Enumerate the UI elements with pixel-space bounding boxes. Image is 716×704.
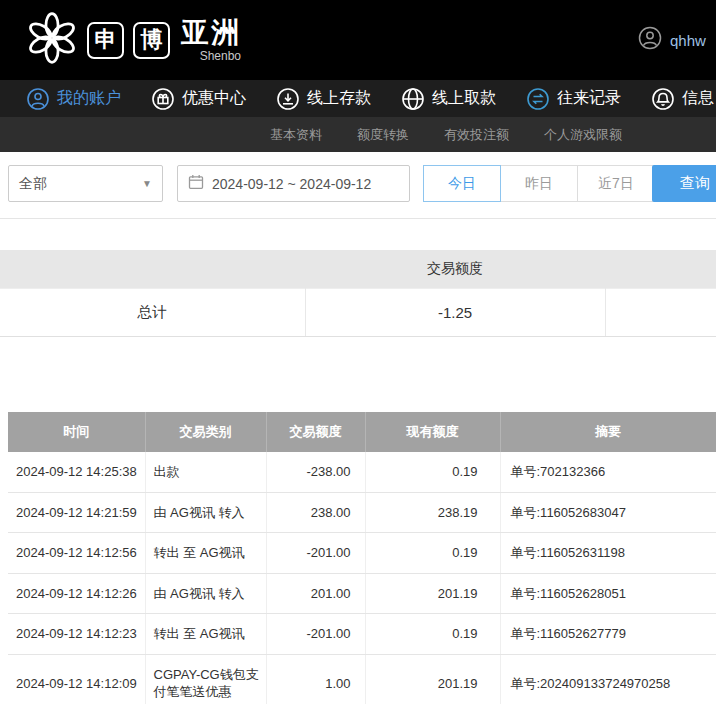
logo-char-bo: 博 bbox=[133, 22, 170, 59]
table-cell: 转出 至 AG视讯 bbox=[145, 533, 266, 574]
nav-item-withdraw[interactable]: 线上取款 bbox=[401, 87, 496, 111]
table-cell: CGPAY-CG钱包支付笔笔送优惠 bbox=[145, 654, 266, 704]
category-select-value: 全部 bbox=[19, 175, 47, 193]
subnav-game-limits[interactable]: 个人游戏限额 bbox=[544, 126, 622, 144]
top-header: 申 博 亚洲 Shenbo qhhw bbox=[0, 0, 716, 80]
table-cell: 2024-09-12 14:12:09 bbox=[8, 654, 145, 704]
filter-bar: 全部 ▼ 2024-09-12 ~ 2024-09-12 今日 昨日 近7日 查… bbox=[0, 152, 716, 219]
table-header-row: 时间 交易类别 交易额度 现有额度 摘要 bbox=[8, 412, 716, 452]
table-cell: 由 AG视讯 转入 bbox=[145, 492, 266, 533]
nav-item-deposit[interactable]: 线上存款 bbox=[276, 87, 371, 111]
table-row: 2024-09-12 14:21:59由 AG视讯 转入238.00238.19… bbox=[8, 492, 716, 533]
transaction-table-body: 2024-09-12 14:25:38出款-238.000.19单号:70213… bbox=[8, 452, 716, 704]
table-cell: -201.00 bbox=[266, 533, 365, 574]
table-cell: 单号:702132366 bbox=[500, 452, 716, 492]
logo-region-text: 亚洲 Shenbo bbox=[181, 19, 241, 62]
table-cell: 201.19 bbox=[365, 573, 500, 614]
today-button[interactable]: 今日 bbox=[423, 165, 501, 202]
search-button[interactable]: 查询 bbox=[652, 165, 716, 202]
table-cell: 0.19 bbox=[365, 614, 500, 655]
table-cell: 2024-09-12 14:12:26 bbox=[8, 573, 145, 614]
table-cell: 1.00 bbox=[266, 654, 365, 704]
transfer-records-icon bbox=[526, 87, 550, 111]
nav-item-my-account[interactable]: 我的账户 bbox=[26, 87, 121, 111]
col-header-balance: 现有额度 bbox=[365, 412, 500, 452]
table-cell: 单号:116052627779 bbox=[500, 614, 716, 655]
col-header-time: 时间 bbox=[8, 412, 145, 452]
table-cell: 201.19 bbox=[365, 654, 500, 704]
subnav-valid-bets[interactable]: 有效投注额 bbox=[444, 126, 509, 144]
last7days-button[interactable]: 近7日 bbox=[577, 165, 655, 202]
nav-label: 往来记录 bbox=[557, 88, 621, 109]
summary-total-label: 总计 bbox=[0, 289, 305, 337]
summary-header-label: 交易额度 bbox=[305, 250, 605, 289]
nav-item-records[interactable]: 往来记录 bbox=[526, 87, 621, 111]
transaction-table: 时间 交易类别 交易额度 现有额度 摘要 2024-09-12 14:25:38… bbox=[8, 412, 716, 704]
deposit-icon bbox=[276, 87, 300, 111]
table-cell: 2024-09-12 14:12:56 bbox=[8, 533, 145, 574]
col-header-amount: 交易额度 bbox=[266, 412, 365, 452]
summary-header-empty bbox=[605, 250, 716, 289]
category-select[interactable]: 全部 ▼ bbox=[8, 165, 163, 202]
table-cell: 201.00 bbox=[266, 573, 365, 614]
table-cell: 由 AG视讯 转入 bbox=[145, 573, 266, 614]
username-text[interactable]: qhhw bbox=[670, 32, 706, 49]
summary-table: 交易额度 总计 -1.25 bbox=[0, 250, 716, 337]
subnav-basic-info[interactable]: 基本资料 bbox=[270, 126, 322, 144]
table-cell: -201.00 bbox=[266, 614, 365, 655]
table-cell: 单号:116052631198 bbox=[500, 533, 716, 574]
chevron-down-icon: ▼ bbox=[142, 178, 152, 189]
table-cell: 0.19 bbox=[365, 533, 500, 574]
table-row: 2024-09-12 14:12:23转出 至 AG视讯-201.000.19单… bbox=[8, 614, 716, 655]
subnav-credit-transfer[interactable]: 额度转换 bbox=[357, 126, 409, 144]
table-cell: 单号:116052683047 bbox=[500, 492, 716, 533]
date-range-value: 2024-09-12 ~ 2024-09-12 bbox=[212, 176, 371, 192]
main-nav: 我的账户 优惠中心 线上存款 线上取款 往来记录 bbox=[0, 80, 716, 117]
col-header-type: 交易类别 bbox=[145, 412, 266, 452]
col-header-summary: 摘要 bbox=[500, 412, 716, 452]
table-cell: 单号:202409133724970258 bbox=[500, 654, 716, 704]
nav-item-messages[interactable]: 信息 bbox=[651, 87, 714, 111]
user-account-area[interactable]: qhhw bbox=[638, 0, 706, 80]
summary-total-value: -1.25 bbox=[305, 289, 605, 337]
table-cell: 单号:116052628051 bbox=[500, 573, 716, 614]
sub-nav: 基本资料 额度转换 有效投注额 个人游戏限额 bbox=[0, 117, 716, 152]
nav-label: 线上存款 bbox=[307, 88, 371, 109]
table-cell: 出款 bbox=[145, 452, 266, 492]
user-avatar-icon bbox=[638, 26, 662, 54]
nav-label: 我的账户 bbox=[57, 88, 121, 109]
summary-empty-cell bbox=[605, 289, 716, 337]
bell-icon bbox=[651, 87, 675, 111]
logo-subtitle: Shenbo bbox=[181, 50, 241, 62]
nav-item-promotions[interactable]: 优惠中心 bbox=[151, 87, 246, 111]
table-cell: 转出 至 AG视讯 bbox=[145, 614, 266, 655]
table-cell: 238.19 bbox=[365, 492, 500, 533]
table-cell: 2024-09-12 14:25:38 bbox=[8, 452, 145, 492]
calendar-icon bbox=[188, 174, 204, 193]
gift-icon bbox=[151, 87, 175, 111]
table-row: 2024-09-12 14:12:09CGPAY-CG钱包支付笔笔送优惠1.00… bbox=[8, 654, 716, 704]
table-cell: 2024-09-12 14:21:59 bbox=[8, 492, 145, 533]
summary-header-empty bbox=[0, 250, 305, 289]
table-cell: 0.19 bbox=[365, 452, 500, 492]
table-row: 2024-09-12 14:25:38出款-238.000.19单号:70213… bbox=[8, 452, 716, 492]
table-cell: 238.00 bbox=[266, 492, 365, 533]
summary-total-row: 总计 -1.25 bbox=[0, 289, 716, 337]
nav-label: 优惠中心 bbox=[182, 88, 246, 109]
site-logo[interactable]: 申 博 亚洲 Shenbo bbox=[26, 12, 241, 68]
table-cell: 2024-09-12 14:12:23 bbox=[8, 614, 145, 655]
yesterday-button[interactable]: 昨日 bbox=[500, 165, 578, 202]
table-row: 2024-09-12 14:12:56转出 至 AG视讯-201.000.19单… bbox=[8, 533, 716, 574]
logo-region-cn: 亚洲 bbox=[181, 19, 241, 47]
summary-header-row: 交易额度 bbox=[0, 250, 716, 289]
table-cell: -238.00 bbox=[266, 452, 365, 492]
table-row: 2024-09-12 14:12:26由 AG视讯 转入201.00201.19… bbox=[8, 573, 716, 614]
nav-label: 信息 bbox=[682, 88, 714, 109]
nav-label: 线上取款 bbox=[432, 88, 496, 109]
user-icon bbox=[26, 87, 50, 111]
flower-logo-icon bbox=[26, 12, 78, 68]
quick-date-buttons: 今日 昨日 近7日 bbox=[424, 165, 655, 202]
date-range-input[interactable]: 2024-09-12 ~ 2024-09-12 bbox=[177, 165, 410, 202]
logo-char-shen: 申 bbox=[87, 22, 124, 59]
globe-icon bbox=[401, 87, 425, 111]
